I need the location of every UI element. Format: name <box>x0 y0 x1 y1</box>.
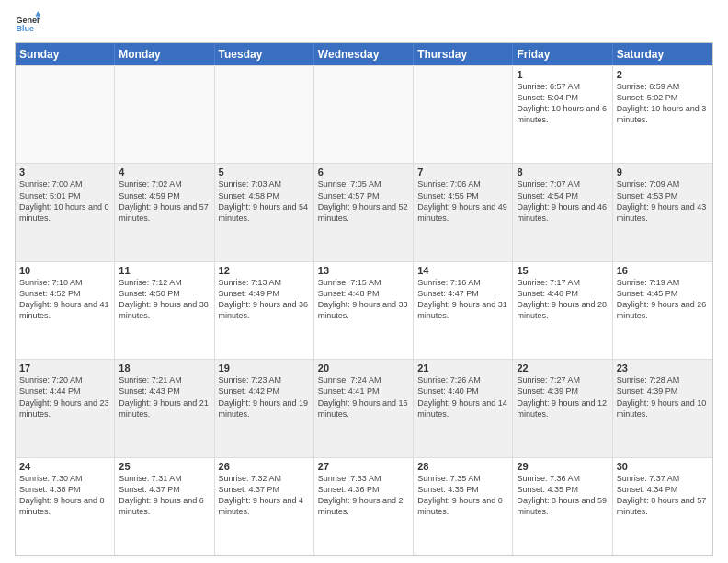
day-number: 22 <box>517 362 608 373</box>
day-number: 27 <box>318 461 409 472</box>
day-number: 10 <box>19 265 110 276</box>
day-info: Sunrise: 7:27 AM Sunset: 4:39 PM Dayligh… <box>517 374 608 419</box>
day-info: Sunrise: 7:37 AM Sunset: 4:34 PM Dayligh… <box>617 473 709 518</box>
day-number: 15 <box>517 265 608 276</box>
day-number: 5 <box>219 167 310 178</box>
page: General Blue SundayMondayTuesdayWednesda… <box>0 0 728 563</box>
header-day-wednesday: Wednesday <box>314 43 414 65</box>
header-day-tuesday: Tuesday <box>215 43 314 65</box>
logo-icon: General Blue <box>15 11 40 37</box>
calendar-cell: 2Sunrise: 6:59 AM Sunset: 5:02 PM Daylig… <box>613 66 712 163</box>
day-info: Sunrise: 7:09 AM Sunset: 4:53 PM Dayligh… <box>617 178 709 224</box>
calendar-cell: 6Sunrise: 7:05 AM Sunset: 4:57 PM Daylig… <box>314 164 414 260</box>
day-number: 29 <box>517 461 608 472</box>
day-number: 11 <box>119 265 210 276</box>
calendar-cell: 20Sunrise: 7:24 AM Sunset: 4:41 PM Dayli… <box>314 360 414 456</box>
day-number: 24 <box>19 461 110 472</box>
calendar-cell <box>215 66 314 163</box>
day-info: Sunrise: 7:03 AM Sunset: 4:58 PM Dayligh… <box>219 178 310 224</box>
calendar-cell: 7Sunrise: 7:06 AM Sunset: 4:55 PM Daylig… <box>414 164 513 260</box>
calendar-cell: 21Sunrise: 7:26 AM Sunset: 4:40 PM Dayli… <box>414 360 513 456</box>
svg-marker-2 <box>35 11 40 17</box>
day-number: 26 <box>219 461 310 472</box>
calendar-row-4: 24Sunrise: 7:30 AM Sunset: 4:38 PM Dayli… <box>16 457 712 555</box>
calendar-cell: 28Sunrise: 7:35 AM Sunset: 4:35 PM Dayli… <box>414 458 513 555</box>
day-info: Sunrise: 7:12 AM Sunset: 4:50 PM Dayligh… <box>119 277 210 322</box>
day-number: 6 <box>318 167 409 178</box>
day-info: Sunrise: 7:20 AM Sunset: 4:44 PM Dayligh… <box>19 374 110 419</box>
calendar-cell: 9Sunrise: 7:09 AM Sunset: 4:53 PM Daylig… <box>613 164 712 260</box>
calendar-cell: 14Sunrise: 7:16 AM Sunset: 4:47 PM Dayli… <box>414 262 513 359</box>
calendar-cell: 22Sunrise: 7:27 AM Sunset: 4:39 PM Dayli… <box>513 360 612 456</box>
calendar-cell <box>16 66 115 163</box>
day-info: Sunrise: 7:33 AM Sunset: 4:36 PM Dayligh… <box>318 473 409 518</box>
day-info: Sunrise: 7:26 AM Sunset: 4:40 PM Dayligh… <box>417 374 508 419</box>
calendar-cell: 5Sunrise: 7:03 AM Sunset: 4:58 PM Daylig… <box>215 164 314 260</box>
calendar-cell <box>414 66 513 163</box>
calendar-cell: 4Sunrise: 7:02 AM Sunset: 4:59 PM Daylig… <box>115 164 214 260</box>
day-info: Sunrise: 7:21 AM Sunset: 4:43 PM Dayligh… <box>119 374 210 419</box>
day-number: 18 <box>119 362 210 373</box>
calendar-row-1: 3Sunrise: 7:00 AM Sunset: 5:01 PM Daylig… <box>16 163 712 260</box>
calendar-cell: 18Sunrise: 7:21 AM Sunset: 4:43 PM Dayli… <box>115 360 214 456</box>
calendar: SundayMondayTuesdayWednesdayThursdayFrid… <box>15 42 713 556</box>
day-info: Sunrise: 7:07 AM Sunset: 4:54 PM Dayligh… <box>517 178 608 224</box>
day-number: 19 <box>219 362 310 373</box>
day-number: 2 <box>617 69 709 80</box>
calendar-cell: 1Sunrise: 6:57 AM Sunset: 5:04 PM Daylig… <box>513 66 612 163</box>
day-info: Sunrise: 7:00 AM Sunset: 5:01 PM Dayligh… <box>19 178 110 224</box>
day-number: 17 <box>19 362 110 373</box>
calendar-cell: 17Sunrise: 7:20 AM Sunset: 4:44 PM Dayli… <box>16 360 115 456</box>
calendar-row-2: 10Sunrise: 7:10 AM Sunset: 4:52 PM Dayli… <box>16 261 712 359</box>
calendar-cell: 10Sunrise: 7:10 AM Sunset: 4:52 PM Dayli… <box>16 262 115 359</box>
day-info: Sunrise: 7:30 AM Sunset: 4:38 PM Dayligh… <box>19 473 110 518</box>
day-number: 4 <box>119 167 210 178</box>
day-number: 13 <box>318 265 409 276</box>
day-info: Sunrise: 7:02 AM Sunset: 4:59 PM Dayligh… <box>119 178 210 224</box>
day-info: Sunrise: 7:31 AM Sunset: 4:37 PM Dayligh… <box>119 473 210 518</box>
calendar-cell: 11Sunrise: 7:12 AM Sunset: 4:50 PM Dayli… <box>115 262 214 359</box>
day-info: Sunrise: 7:24 AM Sunset: 4:41 PM Dayligh… <box>318 374 409 419</box>
day-number: 25 <box>119 461 210 472</box>
calendar-cell <box>115 66 214 163</box>
day-number: 8 <box>517 167 608 178</box>
calendar-cell: 26Sunrise: 7:32 AM Sunset: 4:37 PM Dayli… <box>215 458 314 555</box>
header-day-monday: Monday <box>115 43 214 65</box>
day-info: Sunrise: 7:10 AM Sunset: 4:52 PM Dayligh… <box>19 277 110 322</box>
calendar-cell: 23Sunrise: 7:28 AM Sunset: 4:39 PM Dayli… <box>613 360 712 456</box>
calendar-cell: 24Sunrise: 7:30 AM Sunset: 4:38 PM Dayli… <box>16 458 115 555</box>
calendar-body: 1Sunrise: 6:57 AM Sunset: 5:04 PM Daylig… <box>16 65 712 555</box>
calendar-cell: 13Sunrise: 7:15 AM Sunset: 4:48 PM Dayli… <box>314 262 414 359</box>
day-info: Sunrise: 7:19 AM Sunset: 4:45 PM Dayligh… <box>617 277 709 322</box>
day-info: Sunrise: 7:17 AM Sunset: 4:46 PM Dayligh… <box>517 277 608 322</box>
header-day-thursday: Thursday <box>414 43 513 65</box>
day-number: 28 <box>417 461 508 472</box>
day-number: 14 <box>417 265 508 276</box>
day-number: 9 <box>617 167 709 178</box>
calendar-cell: 25Sunrise: 7:31 AM Sunset: 4:37 PM Dayli… <box>115 458 214 555</box>
calendar-cell: 12Sunrise: 7:13 AM Sunset: 4:49 PM Dayli… <box>215 262 314 359</box>
calendar-cell: 8Sunrise: 7:07 AM Sunset: 4:54 PM Daylig… <box>513 164 612 260</box>
day-number: 30 <box>617 461 709 472</box>
day-number: 21 <box>417 362 508 373</box>
day-info: Sunrise: 7:16 AM Sunset: 4:47 PM Dayligh… <box>417 277 508 322</box>
day-number: 7 <box>417 167 508 178</box>
day-info: Sunrise: 7:28 AM Sunset: 4:39 PM Dayligh… <box>617 374 709 419</box>
day-info: Sunrise: 7:15 AM Sunset: 4:48 PM Dayligh… <box>318 277 409 322</box>
calendar-cell: 3Sunrise: 7:00 AM Sunset: 5:01 PM Daylig… <box>16 164 115 260</box>
calendar-cell: 27Sunrise: 7:33 AM Sunset: 4:36 PM Dayli… <box>314 458 414 555</box>
calendar-cell: 16Sunrise: 7:19 AM Sunset: 4:45 PM Dayli… <box>613 262 712 359</box>
day-number: 1 <box>517 69 608 80</box>
day-info: Sunrise: 7:23 AM Sunset: 4:42 PM Dayligh… <box>219 374 310 419</box>
day-number: 3 <box>19 167 110 178</box>
header: General Blue <box>15 11 713 37</box>
calendar-cell: 15Sunrise: 7:17 AM Sunset: 4:46 PM Dayli… <box>513 262 612 359</box>
day-info: Sunrise: 7:36 AM Sunset: 4:35 PM Dayligh… <box>517 473 608 518</box>
calendar-cell: 29Sunrise: 7:36 AM Sunset: 4:35 PM Dayli… <box>513 458 612 555</box>
calendar-cell: 19Sunrise: 7:23 AM Sunset: 4:42 PM Dayli… <box>215 360 314 456</box>
day-number: 23 <box>617 362 709 373</box>
calendar-row-3: 17Sunrise: 7:20 AM Sunset: 4:44 PM Dayli… <box>16 359 712 456</box>
header-day-saturday: Saturday <box>613 43 712 65</box>
day-info: Sunrise: 7:35 AM Sunset: 4:35 PM Dayligh… <box>417 473 508 518</box>
day-info: Sunrise: 7:05 AM Sunset: 4:57 PM Dayligh… <box>318 178 409 224</box>
